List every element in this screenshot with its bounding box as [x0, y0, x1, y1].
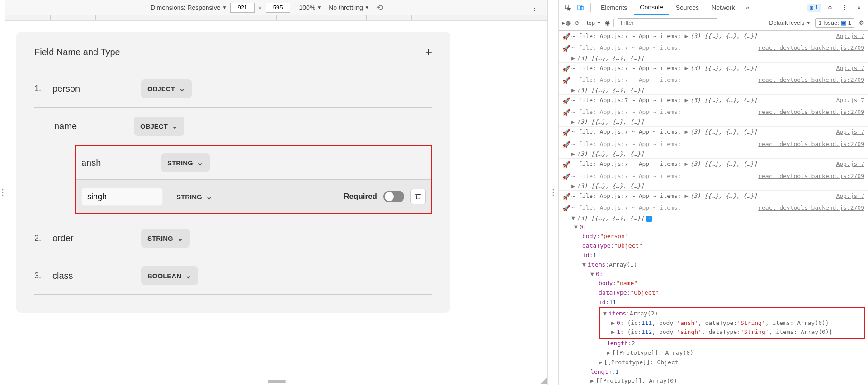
dimensions-dropdown[interactable]: Dimensions: Responsive▼	[151, 4, 226, 11]
log-levels-dropdown[interactable]: Default levels▼	[769, 19, 811, 26]
info-icon[interactable]: i	[646, 216, 652, 222]
source-link[interactable]: App.js:7	[829, 32, 864, 41]
kebab-icon[interactable]: ⋮	[839, 2, 850, 13]
zoom-dropdown[interactable]: 100%▼	[299, 4, 322, 11]
devtools-panel: Elements Console Sources Network » ▣1 ⚙ …	[559, 0, 868, 385]
rocket-icon: 🚀	[562, 203, 571, 213]
clear-console-icon[interactable]: ⊘	[574, 19, 579, 26]
source-link[interactable]: react_devtools_backend.js:2709	[751, 75, 864, 85]
row-number: 3.	[34, 271, 45, 281]
log-entry[interactable]: 🚀~ file: App.js:7 ~ App ~ items: ▶(3) [{…	[559, 31, 868, 63]
console-highlight-box: ▼items: Array(2) ▶0: {id: 111, body: 'an…	[599, 307, 865, 339]
log-entry[interactable]: 🚀~ file: App.js:7 ~ App ~ items: ▶(3) [{…	[559, 159, 868, 191]
rocket-icon: 🚀	[562, 172, 571, 182]
card-title: Field Name and Type	[34, 47, 120, 57]
field-name: person	[52, 84, 134, 94]
field-name: name	[54, 121, 127, 131]
source-link[interactable]: react_devtools_backend.js:2709	[751, 43, 864, 53]
source-link[interactable]: react_devtools_backend.js:2709	[751, 203, 864, 213]
delete-button[interactable]	[410, 189, 426, 204]
log-entry[interactable]: 🚀~ file: App.js:7 ~ App ~ items: ▶(3) [{…	[559, 95, 868, 127]
type-dropdown[interactable]: STRING⌄	[141, 229, 190, 248]
source-link[interactable]: App.js:7	[829, 96, 864, 105]
tab-sources[interactable]: Sources	[670, 0, 704, 15]
close-icon[interactable]: ✕	[854, 2, 864, 13]
device-preview-pane: Dimensions: Responsive▼ × 100%▼ No throt…	[5, 0, 548, 385]
pane-divider[interactable]	[548, 0, 559, 385]
required-label: Required	[344, 192, 377, 201]
tab-elements[interactable]: Elements	[595, 0, 632, 15]
field-row-ansh[interactable]: ansh STRING⌄	[76, 146, 431, 180]
resize-handle-bottom[interactable]	[268, 380, 286, 381]
settings-icon[interactable]: ⚙	[825, 2, 835, 13]
device-toolbar: Dimensions: Responsive▼ × 100%▼ No throt…	[5, 0, 547, 15]
source-link[interactable]: react_devtools_backend.js:2709	[751, 108, 864, 117]
highlighted-nested-fields: ansh STRING⌄ STRING⌄ Required	[75, 145, 432, 214]
field-row-name[interactable]: name OBJECT⌄	[54, 108, 432, 145]
execution-sidebar-icon[interactable]: ▸◍	[562, 19, 571, 26]
width-input[interactable]	[230, 3, 255, 13]
rocket-icon: 🚀	[562, 32, 571, 42]
message-badge[interactable]: ▣1	[807, 4, 821, 12]
field-row-person[interactable]: 1. person OBJECT⌄	[34, 70, 432, 108]
field-name: class	[52, 271, 134, 281]
rocket-icon: 🚀	[562, 64, 571, 74]
required-toggle[interactable]	[383, 191, 404, 202]
source-link[interactable]: App.js:7	[829, 64, 864, 73]
log-entry[interactable]: 🚀~ file: App.js:7 ~ App ~ items: ▶(3) [{…	[559, 127, 868, 159]
rotate-icon[interactable]: ⟲	[377, 3, 383, 13]
inspect-icon[interactable]	[562, 2, 573, 13]
add-field-button[interactable]: +	[425, 45, 432, 59]
type-dropdown[interactable]: STRING⌄	[161, 153, 210, 172]
rocket-icon: 🚀	[562, 108, 571, 117]
console-toolbar: ▸◍ ⊘ top▼ ◉ Default levels▼ 1 Issue:▣1 ⚙	[559, 15, 868, 31]
field-editor-card: Field Name and Type + 1. person OBJECT⌄ …	[16, 32, 450, 313]
log-entry[interactable]: 🚀~ file: App.js:7 ~ App ~ items: ▶(3) [{…	[559, 63, 868, 95]
trash-icon	[415, 193, 422, 200]
field-row-order[interactable]: 2. order STRING⌄	[34, 220, 432, 257]
source-link[interactable]: react_devtools_backend.js:2709	[751, 140, 864, 149]
rocket-icon: 🚀	[562, 192, 571, 202]
field-name: ansh	[81, 158, 154, 168]
field-row-singh[interactable]: STRING⌄ Required	[76, 180, 431, 213]
context-dropdown[interactable]: top▼	[587, 19, 601, 26]
source-link[interactable]: App.js:7	[829, 127, 864, 137]
console-settings-icon[interactable]: ⚙	[859, 19, 864, 26]
source-link[interactable]: App.js:7	[829, 192, 864, 201]
more-tabs-icon[interactable]: »	[742, 2, 753, 13]
more-options-icon[interactable]: ⋮	[527, 3, 542, 13]
object-tree[interactable]: ▼0: body: "person" dataType: "Object" id…	[559, 223, 868, 385]
ruler	[5, 15, 547, 21]
type-dropdown[interactable]: STRING⌄	[170, 187, 219, 206]
source-link[interactable]: react_devtools_backend.js:2709	[751, 172, 864, 181]
source-link[interactable]: App.js:7	[829, 160, 864, 169]
left-resize-handle[interactable]	[0, 0, 5, 385]
throttling-dropdown[interactable]: No throttling▼	[329, 4, 369, 11]
log-entry-expanded: 🚀~ file: App.js:7 ~ App ~ items: ▶(3) [{…	[559, 191, 868, 385]
field-row-class[interactable]: 3. class BOOLEAN⌄	[34, 257, 432, 295]
row-number: 2.	[34, 234, 45, 243]
rocket-icon: 🚀	[562, 43, 571, 53]
type-dropdown[interactable]: BOOLEAN⌄	[141, 266, 198, 285]
row-number: 1.	[34, 84, 45, 94]
rocket-icon: 🚀	[562, 127, 571, 137]
rocket-icon: 🚀	[562, 140, 571, 150]
rocket-icon: 🚀	[562, 160, 571, 169]
tab-network[interactable]: Network	[706, 0, 740, 15]
live-expression-icon[interactable]: ◉	[605, 19, 610, 26]
console-output: 🚀~ file: App.js:7 ~ App ~ items: ▶(3) [{…	[559, 31, 868, 385]
rocket-icon: 🚀	[562, 96, 571, 106]
rocket-icon: 🚀	[562, 75, 571, 85]
dimension-separator: ×	[258, 4, 262, 11]
device-icon[interactable]	[575, 2, 586, 13]
field-name-input[interactable]	[81, 188, 163, 206]
tab-console[interactable]: Console	[634, 0, 668, 15]
devtools-tab-bar: Elements Console Sources Network » ▣1 ⚙ …	[559, 0, 868, 15]
type-dropdown[interactable]: OBJECT⌄	[141, 79, 192, 98]
type-dropdown[interactable]: OBJECT⌄	[134, 117, 184, 136]
filter-input[interactable]	[618, 18, 717, 28]
field-name: order	[52, 233, 134, 244]
height-input[interactable]	[266, 3, 290, 13]
resize-handle-corner[interactable]	[540, 378, 547, 384]
issues-chip[interactable]: 1 Issue:▣1	[815, 18, 854, 28]
